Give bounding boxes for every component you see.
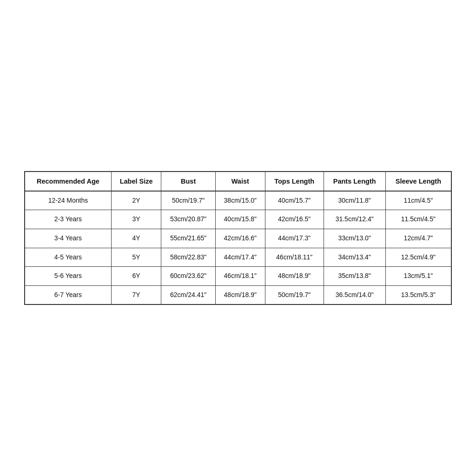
cell-pants-length: 31.5cm/12.4"	[324, 210, 385, 229]
cell-label: 2Y	[111, 191, 161, 210]
cell-age: 3-4 Years	[25, 229, 111, 248]
header-recommended-age: Recommended Age	[25, 172, 111, 191]
cell-age: 2-3 Years	[25, 210, 111, 229]
cell-sleeve-length: 13.5cm/5.3"	[385, 285, 451, 304]
cell-tops-length: 48cm/18.9"	[265, 267, 324, 286]
table-row: 2-3 Years3Y53cm/20.87"40cm/15.8"42cm/16.…	[25, 210, 451, 229]
cell-sleeve-length: 12.5cm/4.9"	[385, 248, 451, 267]
size-chart-table: Recommended Age Label Size Bust Waist To…	[24, 171, 452, 305]
cell-pants-length: 35cm/13.8"	[324, 267, 385, 286]
size-chart-container: Recommended Age Label Size Bust Waist To…	[24, 171, 452, 305]
cell-label: 6Y	[111, 267, 161, 286]
cell-bust: 58cm/22.83"	[161, 248, 215, 267]
cell-tops-length: 42cm/16.5"	[265, 210, 324, 229]
table-row: 4-5 Years5Y58cm/22.83"44cm/17.4"46cm/18.…	[25, 248, 451, 267]
table-header-row: Recommended Age Label Size Bust Waist To…	[25, 172, 451, 191]
cell-waist: 40cm/15.8"	[215, 210, 265, 229]
table-row: 12-24 Months2Y50cm/19.7"38cm/15.0"40cm/1…	[25, 191, 451, 210]
cell-pants-length: 34cm/13.4"	[324, 248, 385, 267]
table-row: 6-7 Years7Y62cm/24.41"48cm/18.9"50cm/19.…	[25, 285, 451, 304]
cell-waist: 46cm/18.1"	[215, 267, 265, 286]
cell-label: 4Y	[111, 229, 161, 248]
cell-waist: 48cm/18.9"	[215, 285, 265, 304]
cell-sleeve-length: 13cm/5.1"	[385, 267, 451, 286]
cell-bust: 55cm/21.65"	[161, 229, 215, 248]
cell-label: 5Y	[111, 248, 161, 267]
cell-sleeve-length: 12cm/4.7"	[385, 229, 451, 248]
header-label-size: Label Size	[111, 172, 161, 191]
cell-age: 4-5 Years	[25, 248, 111, 267]
cell-sleeve-length: 11.5cm/4.5"	[385, 210, 451, 229]
cell-tops-length: 50cm/19.7"	[265, 285, 324, 304]
cell-label: 7Y	[111, 285, 161, 304]
cell-bust: 53cm/20.87"	[161, 210, 215, 229]
cell-waist: 44cm/17.4"	[215, 248, 265, 267]
header-sleeve-length: Sleeve Length	[385, 172, 451, 191]
cell-tops-length: 44cm/17.3"	[265, 229, 324, 248]
cell-age: 6-7 Years	[25, 285, 111, 304]
cell-pants-length: 30cm/11.8"	[324, 191, 385, 210]
cell-age: 5-6 Years	[25, 267, 111, 286]
cell-label: 3Y	[111, 210, 161, 229]
cell-tops-length: 46cm/18.11"	[265, 248, 324, 267]
cell-pants-length: 33cm/13.0"	[324, 229, 385, 248]
header-waist: Waist	[215, 172, 265, 191]
cell-sleeve-length: 11cm/4.5"	[385, 191, 451, 210]
cell-bust: 50cm/19.7"	[161, 191, 215, 210]
cell-pants-length: 36.5cm/14.0"	[324, 285, 385, 304]
header-pants-length: Pants Length	[324, 172, 385, 191]
cell-waist: 38cm/15.0"	[215, 191, 265, 210]
cell-age: 12-24 Months	[25, 191, 111, 210]
header-tops-length: Tops Length	[265, 172, 324, 191]
cell-bust: 60cm/23.62"	[161, 267, 215, 286]
cell-tops-length: 40cm/15.7"	[265, 191, 324, 210]
cell-waist: 42cm/16.6"	[215, 229, 265, 248]
cell-bust: 62cm/24.41"	[161, 285, 215, 304]
table-row: 5-6 Years6Y60cm/23.62"46cm/18.1"48cm/18.…	[25, 267, 451, 286]
header-bust: Bust	[161, 172, 215, 191]
table-row: 3-4 Years4Y55cm/21.65"42cm/16.6"44cm/17.…	[25, 229, 451, 248]
